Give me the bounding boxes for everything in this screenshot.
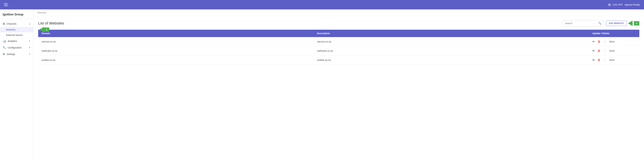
table-row: conline.co.za conline.co.za ✏ 🗑 ⋮ More	[38, 56, 639, 65]
cell-domain: cashcare.co.za	[38, 46, 314, 56]
cell-description: cashcare.co.za	[314, 46, 589, 56]
more-label[interactable]: More	[609, 50, 615, 52]
col-description: Description	[314, 30, 589, 37]
sidebar-item-analytics-label: Analytics	[8, 40, 17, 42]
table-header-row: Domain Description Update / Delete	[38, 30, 639, 37]
breadcrumb-websites: Websites	[38, 12, 46, 14]
action-icons: ✏ 🗑 ⋮ More	[592, 49, 636, 53]
sidebar-item-configuration-label: Configuration	[8, 46, 22, 49]
col-domain: Domain	[38, 30, 314, 37]
websites-table: Domain Description Update / Delete carcu…	[38, 30, 639, 65]
sidebar: Ignition Group ⊞ Channels ▲ Websites 1 E…	[0, 10, 34, 163]
annotation-1-wrapper: 1	[39, 27, 49, 32]
delete-icon[interactable]: 🗑	[598, 49, 601, 53]
table-row: carcure.co.za carcure.co.za ✏ 🗑 ⋮ More	[38, 37, 639, 46]
delete-icon[interactable]: 🗑	[598, 40, 601, 43]
cell-description: conline.co.za	[314, 56, 589, 65]
content-area: Websites List of Websites 🔍 ADD WEBSITE	[34, 10, 644, 163]
sidebar-item-settings[interactable]: ⚙ Settings ▼	[0, 51, 33, 57]
edit-icon[interactable]: ✏	[592, 40, 595, 43]
sidebar-brand: Ignition Group	[0, 11, 33, 19]
edit-icon[interactable]: ✏	[592, 58, 595, 62]
delete-icon[interactable]: 🗑	[598, 58, 601, 62]
search-input[interactable]	[563, 21, 596, 26]
breadcrumb: Websites	[34, 10, 644, 16]
search-box: 🔍	[563, 20, 603, 26]
grid-icon: ⊞	[3, 22, 5, 25]
external-source-label: External Source	[6, 34, 23, 36]
edit-icon[interactable]: ✏	[592, 49, 595, 53]
logoff-label[interactable]: LOG OFF	[612, 3, 623, 6]
chevron-down-icon-config: ▼	[29, 47, 31, 49]
more-label[interactable]: More	[609, 40, 615, 43]
add-website-wrapper: ADD WEBSITE 2	[606, 21, 639, 26]
hamburger-menu[interactable]	[4, 3, 8, 6]
annotation-1-badge: 1	[44, 28, 49, 32]
sidebar-item-channels-label: Channels	[6, 23, 16, 25]
main-layout: Ignition Group ⊞ Channels ▲ Websites 1 E…	[0, 10, 644, 163]
sidebar-item-configuration[interactable]: 🔧 Configuration ▼	[0, 44, 33, 51]
header-right: 🔍 ADD WEBSITE 2	[563, 20, 639, 26]
chevron-down-icon: ▼	[29, 40, 31, 42]
topbar-right[interactable]: ⏻ LOG OFF Agarani Reddy	[608, 3, 640, 6]
chevron-down-icon-settings: ▼	[29, 53, 31, 55]
chevron-up-icon: ▲	[29, 23, 31, 25]
more-dots-icon[interactable]: ⋮	[603, 49, 607, 53]
wrench-icon: 🔧	[3, 46, 6, 49]
sidebar-item-websites[interactable]: Websites 1	[0, 27, 33, 32]
sidebar-item-external-source[interactable]: External Source	[0, 32, 33, 38]
gear-icon: ⚙	[3, 53, 5, 56]
cell-actions: ✏ 🗑 ⋮ More	[589, 46, 639, 56]
add-website-button[interactable]: ADD WEBSITE	[606, 21, 627, 26]
power-icon: ⏻	[608, 3, 611, 6]
action-icons: ✏ 🗑 ⋮ More	[592, 58, 636, 62]
annotation-2-badge: 2	[634, 21, 639, 26]
cell-description: carcure.co.za	[314, 37, 589, 46]
annotation-2-arrow	[628, 21, 632, 26]
user-name: Agarani Reddy	[624, 3, 640, 6]
table-row: cashcare.co.za cashcare.co.za ✏ 🗑 ⋮ More	[38, 46, 639, 56]
sidebar-item-settings-label: Settings	[7, 53, 15, 56]
annotation-1-arrow	[39, 27, 44, 32]
bar-chart-icon: 📊	[3, 39, 6, 43]
search-button[interactable]: 🔍	[596, 20, 603, 26]
cell-actions: ✏ 🗑 ⋮ More	[589, 37, 639, 46]
content-header: List of Websites 🔍 ADD WEBSITE 2	[38, 20, 639, 26]
action-icons: ✏ 🗑 ⋮ More	[592, 40, 636, 43]
page-title: List of Websites	[38, 21, 64, 26]
more-dots-icon[interactable]: ⋮	[603, 58, 607, 62]
topbar-left	[4, 3, 8, 6]
sidebar-item-channels[interactable]: ⊞ Channels ▲	[0, 21, 33, 27]
cell-domain: conline.co.za	[38, 56, 314, 65]
col-update-delete: Update / Delete	[589, 30, 639, 37]
main-content: List of Websites 🔍 ADD WEBSITE 2	[34, 16, 644, 163]
cell-actions: ✏ 🗑 ⋮ More	[589, 56, 639, 65]
websites-label: Websites	[6, 28, 16, 31]
more-dots-icon[interactable]: ⋮	[603, 40, 607, 43]
more-label[interactable]: More	[609, 59, 615, 61]
topbar: ⏻ LOG OFF Agarani Reddy	[0, 0, 644, 10]
sidebar-item-analytics[interactable]: 📊 Analytics ▼	[0, 38, 33, 44]
cell-domain: carcure.co.za	[38, 37, 314, 46]
